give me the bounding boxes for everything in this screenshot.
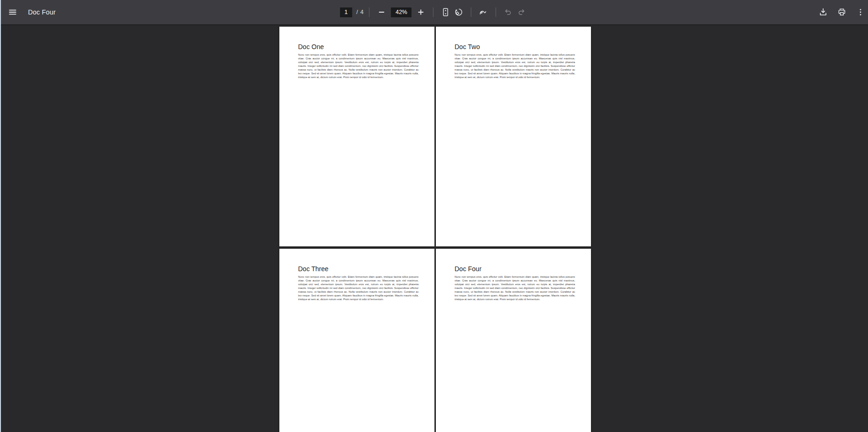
plus-icon (416, 7, 426, 17)
toolbar-left-section: Doc Four (0, 4, 56, 20)
toolbar-separator (471, 7, 471, 17)
page-title: Doc Four (455, 265, 591, 273)
more-options-button[interactable] (854, 6, 867, 19)
page-count-divider: / (356, 9, 358, 15)
undo-icon (504, 7, 513, 17)
annotate-button[interactable] (477, 6, 490, 19)
pdf-viewport[interactable]: Doc One Nunc non tempus eros, quis effic… (0, 24, 868, 432)
window-edge-strip (0, 0, 1, 432)
pdf-page-4: Doc Four Nunc non tempus eros, quis effi… (436, 249, 591, 432)
menu-button[interactable] (5, 4, 21, 20)
page-body-text: Nunc non tempus eros, quis efficitur vel… (298, 53, 419, 79)
redo-button (515, 6, 528, 19)
fit-to-page-button[interactable] (439, 6, 452, 19)
document-title: Doc Four (28, 8, 56, 16)
pdf-page-1: Doc One Nunc non tempus eros, quis effic… (279, 27, 434, 246)
pdf-page-3: Doc Three Nunc non tempus eros, quis eff… (279, 249, 434, 432)
page-body-text: Nunc non tempus eros, quis efficitur vel… (298, 275, 419, 301)
pdf-viewer-toolbar: Doc Four / 4 42% (0, 0, 868, 24)
rotate-counterclockwise-button[interactable] (452, 6, 465, 19)
page-body-text: Nunc non tempus eros, quis efficitur vel… (455, 275, 575, 301)
page-body-text: Nunc non tempus eros, quis efficitur vel… (455, 53, 575, 79)
toolbar-center-section: / 4 42% (340, 0, 528, 24)
kebab-menu-icon (856, 7, 865, 17)
toolbar-separator (369, 7, 370, 17)
page-number-input[interactable] (340, 7, 352, 17)
pdf-page-2: Doc Two Nunc non tempus eros, quis effic… (436, 27, 591, 246)
page-title: Doc Three (298, 265, 434, 273)
toolbar-separator (496, 7, 496, 17)
toolbar-right-section (817, 6, 868, 19)
zoom-out-button[interactable] (375, 6, 388, 19)
download-icon (818, 7, 828, 17)
page-title: Doc Two (455, 43, 591, 51)
page-count-total: 4 (360, 9, 363, 15)
toolbar-separator (433, 7, 434, 17)
redo-icon (517, 7, 526, 17)
page-title: Doc One (298, 43, 434, 51)
minus-icon (377, 7, 386, 17)
draw-annotation-icon (478, 7, 489, 17)
zoom-level-field[interactable]: 42% (391, 7, 412, 17)
print-button[interactable] (835, 6, 848, 19)
download-button[interactable] (817, 6, 830, 19)
hamburger-menu-icon (8, 7, 17, 17)
fit-to-page-icon (441, 7, 451, 17)
zoom-in-button[interactable] (414, 6, 427, 19)
print-icon (837, 7, 847, 17)
undo-button (502, 6, 515, 19)
rotate-counterclockwise-icon (454, 7, 464, 17)
